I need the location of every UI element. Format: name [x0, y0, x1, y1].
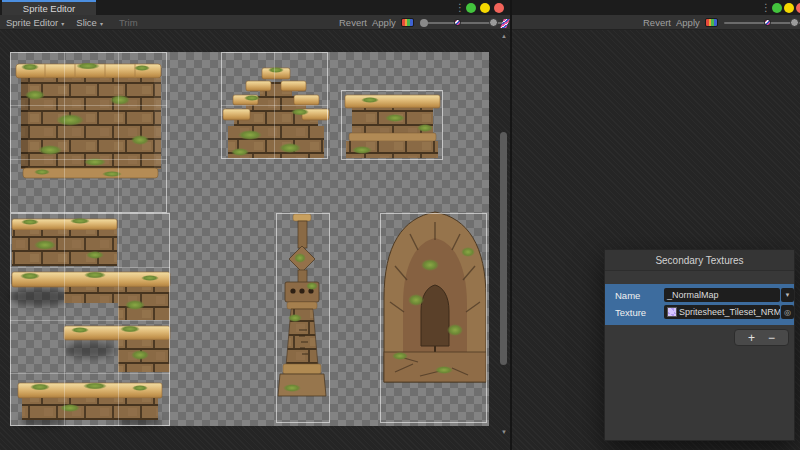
sprite-column[interactable]	[278, 214, 326, 396]
name-label: Name	[615, 290, 664, 301]
sprite-pyramid[interactable]	[223, 67, 329, 158]
color-channel-toggle-icon[interactable]	[705, 18, 718, 27]
sprite-strip-row2[interactable]	[10, 272, 170, 321]
window-button-green[interactable]	[772, 3, 782, 13]
slider-knob[interactable]	[790, 18, 799, 27]
sprite-editor-window: Sprite Editor ⋮ Sprite Editor ▾ Slice ▾ …	[0, 0, 510, 450]
sprite-sheet-canvas[interactable]	[0, 0, 510, 450]
texture-label: Texture	[615, 307, 664, 318]
slider-track[interactable]	[724, 22, 800, 24]
remove-entry-button[interactable]: −	[768, 331, 775, 343]
scroll-down-icon[interactable]: ▼	[500, 429, 508, 435]
right-toolbar: Revert Apply	[512, 15, 800, 30]
mip-slider[interactable]	[722, 15, 800, 30]
name-dropdown-button[interactable]: ▼	[781, 288, 794, 302]
object-picker-icon: ◎	[784, 308, 791, 317]
list-footer-buttons: + −	[734, 329, 789, 346]
vertical-scrollbar-handle[interactable]	[500, 132, 507, 365]
panel-title: Secondary Textures	[605, 250, 794, 271]
window-button-red[interactable]	[796, 3, 800, 13]
secondary-texture-entry[interactable]: Name _NormalMap ▼ Texture Spritesheet_Ti…	[605, 284, 794, 325]
secondary-textures-panel: Secondary Textures Name _NormalMap ▼ Tex…	[604, 249, 795, 441]
sprite-strip-row4[interactable]	[18, 383, 162, 428]
window-menu-icon[interactable]: ⋮	[761, 3, 771, 13]
texture-thumbnail-icon	[667, 307, 677, 317]
sprite-wall[interactable]	[16, 63, 161, 179]
sprite-strip-row3[interactable]	[64, 326, 170, 373]
slider-marker-icon	[764, 19, 771, 26]
sprite-arch[interactable]	[384, 212, 486, 382]
object-picker-button[interactable]: ◎	[781, 305, 794, 319]
texture-object-field[interactable]: Spritesheet_Tileset_NRM	[664, 305, 780, 319]
sprite-editor-screen: Sprite Editor ⋮ Sprite Editor ▾ Slice ▾ …	[0, 0, 800, 450]
sprite-pedestal[interactable]	[345, 95, 440, 158]
add-entry-button[interactable]: +	[748, 331, 755, 343]
window-button-yellow[interactable]	[784, 3, 794, 13]
apply-button[interactable]: Apply	[670, 15, 706, 30]
right-title-bar: ⋮	[512, 0, 800, 15]
caret-down-icon: ▼	[785, 292, 791, 298]
scroll-up-icon[interactable]: ▲	[500, 33, 508, 39]
name-dropdown[interactable]: _NormalMap	[664, 288, 780, 302]
